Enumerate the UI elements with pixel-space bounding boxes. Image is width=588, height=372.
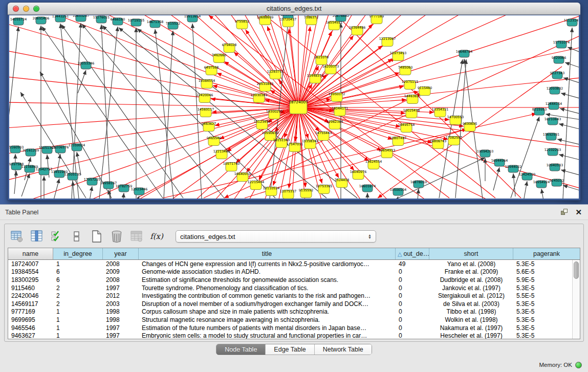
graph-node[interactable]: 9755812	[235, 19, 249, 29]
graph-node[interactable]: 20531843	[257, 82, 274, 92]
column-header-title[interactable]: title	[139, 248, 396, 259]
table-row[interactable]: 946554611997Estimation of the future num…	[8, 324, 580, 332]
graph-node[interactable]: 11123141	[564, 18, 579, 27]
graph-node[interactable]: 20206576	[52, 145, 69, 154]
float-panel-icon[interactable]	[561, 209, 568, 215]
graph-node[interactable]: 12444154	[546, 102, 562, 110]
graph-node[interactable]: 16601674	[359, 184, 376, 192]
graph-node[interactable]: 10971760	[223, 162, 240, 171]
graph-node[interactable]: 10807487	[390, 136, 407, 146]
select-rows-button[interactable]	[50, 229, 64, 244]
graph-node[interactable]: 6466160	[111, 17, 125, 26]
graph-node[interactable]: 10025438	[403, 108, 420, 118]
delete-column-button[interactable]	[110, 229, 124, 244]
graph-node[interactable]: 16040976	[350, 170, 367, 180]
show-columns-button[interactable]	[30, 229, 44, 244]
table-options-button[interactable]	[10, 229, 24, 244]
graph-node[interactable]: 11075337	[280, 189, 297, 199]
graph-node[interactable]: 14569117	[198, 107, 214, 117]
delete-table-button[interactable]	[129, 229, 144, 244]
graph-node[interactable]: 25160503	[9, 145, 24, 154]
vertical-scrollbar[interactable]	[572, 260, 580, 339]
graph-node[interactable]: 12975115	[402, 80, 419, 90]
graph-node[interactable]: 8215953	[532, 107, 547, 116]
graph-node[interactable]: 12110524	[263, 186, 280, 196]
tab-network-table[interactable]: Network Table	[315, 344, 372, 355]
graph-node[interactable]: 18724007	[289, 100, 308, 114]
table-row[interactable]: 1872400712008Changes of HCN gene express…	[8, 260, 580, 268]
graph-node[interactable]: 15276021	[93, 15, 110, 23]
graph-node[interactable]: 10944022	[505, 165, 522, 173]
graph-node[interactable]: 9463627	[202, 122, 216, 132]
column-header-in_degree[interactable]: in_degree	[53, 248, 103, 259]
graph-node[interactable]: 16648784	[456, 50, 473, 58]
graph-node[interactable]: 15720437	[280, 17, 297, 27]
graph-node[interactable]: 16954924	[533, 180, 550, 188]
table-row[interactable]: 911546021997Tourette syndrome. Phenomeno…	[8, 284, 580, 292]
graph-node[interactable]: 1621078	[314, 55, 329, 65]
graph-node[interactable]: 17957225	[84, 178, 101, 186]
graph-node[interactable]: 9699695	[463, 122, 477, 132]
graph-node[interactable]: 12424509	[519, 172, 536, 181]
graph-node[interactable]: 12215404	[248, 180, 265, 190]
graph-node[interactable]: 15692931	[543, 133, 560, 141]
graph-node[interactable]: 7515522	[166, 21, 180, 30]
graph-node[interactable]: 20161209	[23, 148, 39, 157]
column-header-year[interactable]: year	[103, 248, 139, 259]
graph-node[interactable]: 7462660	[212, 53, 226, 63]
network-graph[interactable]: 1405572420691406134432611065328715276021…	[9, 15, 579, 199]
row-height-button[interactable]	[70, 229, 84, 244]
minimize-window-button[interactable]	[23, 6, 29, 12]
graph-node[interactable]: 16782759	[116, 184, 133, 192]
graph-node[interactable]: 12213469	[213, 149, 230, 159]
graph-node[interactable]: 9777169	[369, 15, 384, 24]
graph-node[interactable]: 19913654	[184, 15, 201, 22]
graph-node[interactable]: 14463627	[404, 94, 421, 104]
graph-node[interactable]: 10940533	[547, 163, 563, 171]
create-column-button[interactable]	[90, 229, 104, 244]
graph-node[interactable]: 15950172	[329, 92, 345, 102]
graph-node[interactable]: 14055724	[10, 17, 27, 26]
graph-node[interactable]: 7386372	[304, 15, 318, 25]
graph-node[interactable]: 9465546	[207, 136, 221, 146]
graph-node[interactable]: 14671358	[147, 20, 164, 28]
tab-edge-table[interactable]: Edge Table	[266, 344, 314, 355]
graph-node[interactable]: 7524418	[335, 178, 349, 188]
table-row[interactable]: 977716911998Corpus callosum shape and si…	[8, 308, 580, 316]
network-table-select[interactable]: citations_edges.txt ▲▼	[176, 230, 376, 243]
table-row[interactable]: 1938455462009Genome-wide association stu…	[8, 268, 580, 276]
table-row[interactable]: 946362711997Embryonic stem cells: a mode…	[8, 332, 580, 339]
graph-node[interactable]: 19654923	[379, 148, 396, 158]
graph-node[interactable]: 7485063	[398, 65, 412, 75]
graph-node[interactable]: 16554921	[326, 20, 343, 30]
graph-node[interactable]: 13624554	[365, 160, 382, 169]
graph-node[interactable]: 22420046	[197, 93, 213, 103]
graph-node[interactable]: 20691406	[33, 16, 50, 25]
graph-node[interactable]: 13505135	[64, 172, 81, 181]
graph-node[interactable]: 9329966	[552, 56, 566, 64]
graph-node[interactable]: 6794028	[222, 43, 236, 53]
graph-node[interactable]: 10753385	[316, 184, 333, 194]
graph-node[interactable]: 16806743	[430, 139, 447, 149]
scrollbar-thumb[interactable]	[574, 261, 579, 279]
network-canvas[interactable]: 1405572420691406134432611065328715276021…	[9, 15, 579, 199]
graph-node[interactable]: 9135592	[299, 188, 313, 198]
graph-node[interactable]: 9227343	[550, 71, 564, 79]
graph-node[interactable]: 16495758	[398, 123, 415, 133]
graph-node[interactable]: 10958167	[100, 181, 117, 189]
graph-node[interactable]: 12102203	[545, 148, 561, 156]
graph-node[interactable]: 16878010	[410, 180, 427, 188]
graph-node[interactable]: 10653287	[73, 15, 90, 21]
column-header-pagerank[interactable]: pagerank	[513, 248, 580, 259]
graph-node[interactable]: 16210643	[545, 117, 561, 125]
table-row[interactable]: 1830029562008Estimation of significance …	[8, 276, 580, 284]
function-builder-button[interactable]: f(x)	[149, 229, 164, 244]
graph-node[interactable]: 12213967	[379, 37, 396, 47]
memory-status[interactable]: Memory: OK	[539, 360, 582, 370]
close-window-button[interactable]	[13, 6, 19, 12]
graph-node[interactable]: 17359924	[69, 143, 85, 151]
graph-node[interactable]: 13443261	[52, 15, 69, 22]
column-header-short[interactable]: short	[429, 248, 513, 259]
column-header-name[interactable]: name	[8, 248, 53, 259]
table-row[interactable]: 969969511998Structural magnetic resonanc…	[8, 316, 580, 324]
